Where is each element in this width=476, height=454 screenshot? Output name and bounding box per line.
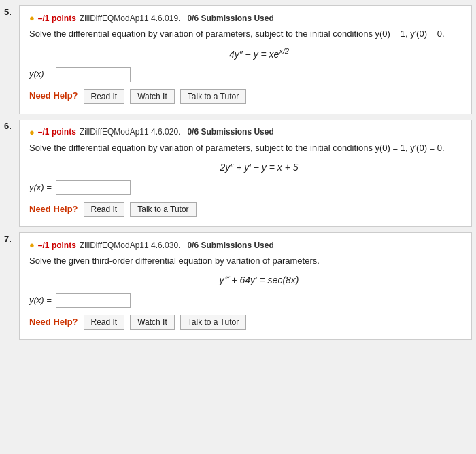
problem-6-answer-row: y(x) = <box>29 180 462 195</box>
points-text-6: –/1 points <box>38 127 76 137</box>
problem-7-header: ● –/1 points ZillDiffEQModAp11 4.6.030. … <box>29 240 462 250</box>
points-text-7: –/1 points <box>38 241 76 250</box>
problem-6-body: Solve the differential equation by varia… <box>29 137 462 217</box>
points-text-5: –/1 points <box>38 14 76 23</box>
problem-7-body: Solve the given third-order differential… <box>29 250 462 330</box>
problem-5-description: Solve the differential equation by varia… <box>29 27 462 41</box>
problem-6-wrapper: 6. ● –/1 points ZillDiffEQModAp11 4.6.02… <box>4 120 472 227</box>
problem-7-description: Solve the given third-order differential… <box>29 254 462 268</box>
problem-6-header: ● –/1 points ZillDiffEQModAp11 4.6.020. … <box>29 127 462 137</box>
read-it-button-5[interactable]: Read It <box>84 89 125 104</box>
watch-it-button-7[interactable]: Watch It <box>130 315 175 330</box>
problem-6-number: 6. <box>4 120 19 131</box>
problem-5-header: ● –/1 points ZillDiffEQModAp11 4.6.019. … <box>29 13 462 23</box>
problem-6-equation: 2y″ + y′ − y = x + 5 <box>56 160 462 175</box>
talk-to-tutor-button-7[interactable]: Talk to a Tutor <box>180 315 246 330</box>
problem-7-equation: y‴ + 64y′ = sec(8x) <box>56 273 462 287</box>
talk-to-tutor-button-5[interactable]: Talk to a Tutor <box>180 89 246 104</box>
problem-6-card: ● –/1 points ZillDiffEQModAp11 4.6.020. … <box>19 120 472 227</box>
problem-7-card: ● –/1 points ZillDiffEQModAp11 4.6.030. … <box>19 232 472 340</box>
read-it-button-6[interactable]: Read It <box>84 202 125 217</box>
problem-5-help-row: Need Help? Read It Watch It Talk to a Tu… <box>29 89 462 104</box>
answer-input-7[interactable] <box>56 293 131 308</box>
talk-to-tutor-button-6[interactable]: Talk to a Tutor <box>130 202 196 217</box>
problem-5-answer-row: y(x) = <box>29 67 462 82</box>
problem-7-help-row: Need Help? Read It Watch It Talk to a Tu… <box>29 315 462 330</box>
problem-5-number: 5. <box>4 5 19 17</box>
problem-5-wrapper: 5. ● –/1 points ZillDiffEQModAp11 4.6.01… <box>4 5 472 114</box>
answer-label-5: y(x) = <box>29 67 52 82</box>
points-icon-5: ● <box>29 13 35 23</box>
answer-input-5[interactable] <box>56 67 131 82</box>
problem-7-answer-row: y(x) = <box>29 293 462 308</box>
need-help-5: Need Help? <box>29 89 78 103</box>
watch-it-button-5[interactable]: Watch It <box>130 89 175 104</box>
problem-meta-7: ZillDiffEQModAp11 4.6.030. 0/6 Submissio… <box>80 241 274 250</box>
problem-5-body: Solve the differential equation by varia… <box>29 23 462 104</box>
points-icon-7: ● <box>29 240 35 250</box>
problem-6-help-row: Need Help? Read It Talk to a Tutor <box>29 202 462 217</box>
problem-meta-5: ZillDiffEQModAp11 4.6.019. 0/6 Submissio… <box>80 14 274 23</box>
problem-meta-6: ZillDiffEQModAp11 4.6.020. 0/6 Submissio… <box>80 127 274 137</box>
problem-6-description: Solve the differential equation by varia… <box>29 141 462 156</box>
answer-input-6[interactable] <box>56 180 131 195</box>
problem-7-number: 7. <box>4 232 19 244</box>
problem-5-card: ● –/1 points ZillDiffEQModAp11 4.6.019. … <box>19 5 472 114</box>
read-it-button-7[interactable]: Read It <box>84 315 125 330</box>
problem-7-wrapper: 7. ● –/1 points ZillDiffEQModAp11 4.6.03… <box>4 232 472 340</box>
problem-5-equation: 4y″ − y = xex/2 <box>56 46 462 62</box>
answer-label-6: y(x) = <box>29 181 52 195</box>
points-icon-6: ● <box>29 127 35 137</box>
need-help-7: Need Help? <box>29 315 78 330</box>
answer-label-7: y(x) = <box>29 294 52 308</box>
need-help-6: Need Help? <box>29 203 78 217</box>
